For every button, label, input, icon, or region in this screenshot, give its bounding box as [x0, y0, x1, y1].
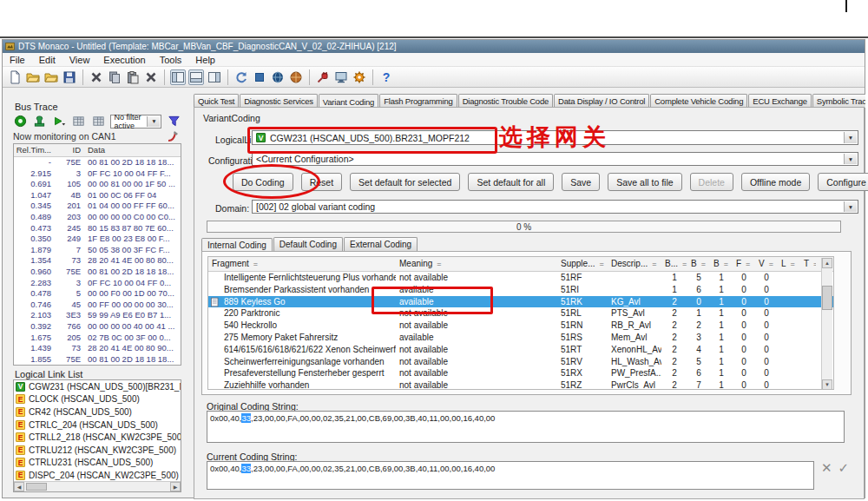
- menu-view[interactable]: View: [62, 54, 97, 66]
- trace-filter-select[interactable]: No filter active ▼: [110, 115, 161, 129]
- tab-quick-test[interactable]: Quick Test: [194, 94, 239, 108]
- set-default-for-all-button[interactable]: Set default for all: [468, 173, 554, 191]
- original-coding-string-field[interactable]: 0x00,40,33,23,00,00,FA,00,00,02,35,21,00…: [207, 411, 845, 443]
- filter-funnel-icon[interactable]: [167, 114, 181, 129]
- column-header[interactable]: B=: [687, 257, 710, 271]
- trace-record-icon[interactable]: [13, 114, 27, 129]
- logical-link-item[interactable]: ECR42 (HSCAN_UDS_500): [14, 405, 181, 419]
- menu-file[interactable]: File: [3, 54, 32, 66]
- tab-external-coding[interactable]: External Coding: [344, 237, 418, 251]
- table-row[interactable]: 0.48920300 00 00 00 C0 00 C0...: [14, 212, 181, 223]
- tab-diagnostic-services[interactable]: Diagnostic Services: [240, 94, 318, 108]
- domain-select[interactable]: [002] 02 global variant coding ▼: [252, 200, 858, 214]
- table-row[interactable]: 0.47324580 15 83 87 80 7E 60...: [14, 223, 181, 234]
- scroll-thumb[interactable]: [822, 286, 832, 310]
- column-header[interactable]: B=: [710, 257, 733, 271]
- trace-play-icon[interactable]: [52, 114, 66, 129]
- reset-button[interactable]: Reset: [301, 173, 342, 191]
- table-row[interactable]: 220 Parktronicnot available51RLPTS_Avl21…: [208, 307, 833, 320]
- trace-stamp-icon[interactable]: [32, 114, 46, 129]
- scroll-thumb[interactable]: [26, 483, 47, 491]
- trace-export-table-icon[interactable]: [91, 114, 105, 129]
- layout-right-icon[interactable]: [207, 69, 222, 85]
- tab-ecu-exchange[interactable]: ECU Exchange: [748, 94, 812, 108]
- column-header[interactable]: F=: [733, 257, 755, 271]
- refresh-icon[interactable]: [233, 69, 249, 85]
- scroll-left-icon[interactable]: ◀: [14, 482, 24, 491]
- table-row[interactable]: 275 Memory Paket Fahrersitzavailable51RS…: [208, 332, 833, 344]
- table-row[interactable]: 0.34520101 04 00 00 FF FF 60...: [14, 201, 181, 212]
- scroll-right-icon[interactable]: ▶: [170, 482, 181, 491]
- column-header[interactable]: L=: [778, 257, 800, 271]
- set-default-for-selected-button[interactable]: Set default for selected: [350, 173, 460, 191]
- tab-default-coding[interactable]: Default Coding: [273, 237, 343, 251]
- tab-internal-coding[interactable]: Internal Coding: [201, 238, 273, 252]
- table-row[interactable]: Zuziehhilfe vorhandennot available51RZPw…: [208, 379, 833, 390]
- table-row[interactable]: 1.85575E00 81 00 2D 18 18 18...: [14, 354, 181, 366]
- clear-trace-brush-icon[interactable]: [166, 129, 181, 144]
- title-bar[interactable]: DTS Monaco - Untitled (Template: MBCar_M…: [3, 40, 865, 53]
- tab-diagnostic-trouble-code[interactable]: Diagnostic Trouble Code: [458, 94, 553, 108]
- settings-gear-icon[interactable]: [352, 69, 367, 85]
- column-header[interactable]: Data: [83, 144, 181, 156]
- logical-link-item[interactable]: ECTRLL2_218 (HSCAN_KW2C3PE_500): [14, 431, 181, 444]
- save-all-to-file-button[interactable]: Save all to file: [608, 173, 681, 191]
- layout-bottom-icon[interactable]: [188, 69, 204, 85]
- menu-edit[interactable]: Edit: [32, 54, 62, 66]
- table-row[interactable]: Bremsender Parkassistent vorhandenavaila…: [208, 284, 833, 296]
- table-row[interactable]: 1.4397328 20 41 4E 00 80 90...: [14, 343, 181, 354]
- help-icon[interactable]: ?: [378, 69, 394, 85]
- table-row[interactable]: 0.39276600 00 00 00 40 00 41 ...: [14, 321, 181, 333]
- table-row[interactable]: Intelligente Fernlichtsteuerung Plus vor…: [208, 272, 833, 284]
- table-row[interactable]: 0.69110500 00 81 00 00 1F 50 ...: [14, 179, 181, 190]
- logical-link-item[interactable]: VCGW231 (HSCAN_UDS_500)[BR231_MOPF212: [14, 380, 181, 393]
- column-header[interactable]: ID: [54, 144, 83, 156]
- table-row[interactable]: 0.3502491F E8 00 23 E8 00 F...: [14, 234, 181, 245]
- column-header[interactable]: Descrip...=: [608, 257, 661, 271]
- logical-link-item[interactable]: EDISPC_204 (HSCAN_KW2C3PE_500): [14, 469, 181, 482]
- save-icon[interactable]: [62, 69, 77, 85]
- table-row[interactable]: 1.879750 05 38 00 3F FC F...: [14, 245, 181, 256]
- table-row[interactable]: 0.7464500 FF 00 00 00 00 30...: [14, 300, 181, 311]
- menu-help[interactable]: Help: [188, 54, 222, 66]
- table-row[interactable]: 1.3547328 20 41 4E 00 80 80...: [14, 255, 181, 267]
- network-globe-icon[interactable]: [270, 69, 286, 85]
- do-coding-button[interactable]: Do Coding: [233, 173, 293, 191]
- menu-tools[interactable]: Tools: [153, 54, 189, 66]
- scroll-up-icon[interactable]: ▲: [822, 258, 832, 268]
- table-row[interactable]: 889 Keyless Goavailable51RKKG_Avl20100: [208, 296, 833, 308]
- tab-variant-coding[interactable]: Variant Coding: [319, 94, 378, 108]
- save-button[interactable]: Save: [562, 173, 600, 191]
- scroll-down-icon[interactable]: ▼: [822, 379, 832, 390]
- logical-link-item[interactable]: ECTRLC_204 (HSCAN_UDS_500): [14, 419, 181, 432]
- table-row[interactable]: 0.478500 00 F0 00 1D 00 70...: [14, 288, 181, 300]
- column-header[interactable]: B...=: [661, 257, 687, 271]
- column-header[interactable]: Meaning=: [396, 257, 557, 271]
- table-row[interactable]: 614/615/616/618/621/622 Xenon Scheinwerf…: [208, 344, 833, 356]
- new-document-icon[interactable]: [7, 69, 23, 85]
- table-row[interactable]: 2.28330F FC 10 00 04 FF 0...: [14, 278, 181, 289]
- stop-icon[interactable]: [252, 69, 267, 85]
- menu-execution[interactable]: Execution: [96, 54, 152, 66]
- connect-plug-icon[interactable]: [315, 69, 331, 85]
- tab-flash-programming[interactable]: Flash Programming: [379, 94, 457, 108]
- table-row[interactable]: Scheinwerferreinigungsanlage vorhandenno…: [208, 356, 833, 368]
- cancel-x-icon[interactable]: ✕: [821, 460, 832, 476]
- table-row[interactable]: Presafeverstellung Fensterheber gesperrt…: [208, 367, 833, 379]
- current-coding-string-field[interactable]: 0x00,40,33,23,00,00,FA,00,00,02,35,21,00…: [207, 461, 814, 490]
- copy-icon[interactable]: [107, 69, 122, 85]
- logical-link-item[interactable]: ECTRLU231 (HSCAN_UDS_500): [14, 457, 181, 470]
- configure-button[interactable]: Configure: [818, 173, 868, 191]
- logical-link-item[interactable]: ECTRLU212 (HSCAN_KW2C3PE_500): [14, 444, 181, 457]
- table-row[interactable]: 2.91530F FC 10 00 04 FF F...: [14, 168, 181, 180]
- cut-icon[interactable]: [89, 69, 104, 85]
- paste-icon[interactable]: [125, 69, 141, 85]
- layout-left-icon[interactable]: [170, 69, 186, 85]
- table-row[interactable]: 0.96075E00 81 00 2D 18 18 18...: [14, 267, 181, 278]
- column-header[interactable]: Fragment=: [208, 257, 396, 271]
- column-header[interactable]: Supple...=: [557, 257, 608, 271]
- column-header[interactable]: Rel.Tim...: [14, 144, 54, 156]
- tab-symbolic-trace[interactable]: Symbolic Trace: [812, 94, 865, 108]
- web-globe-icon[interactable]: [288, 69, 304, 85]
- tab-data-display-io-control[interactable]: Data Display / IO Control: [554, 94, 649, 108]
